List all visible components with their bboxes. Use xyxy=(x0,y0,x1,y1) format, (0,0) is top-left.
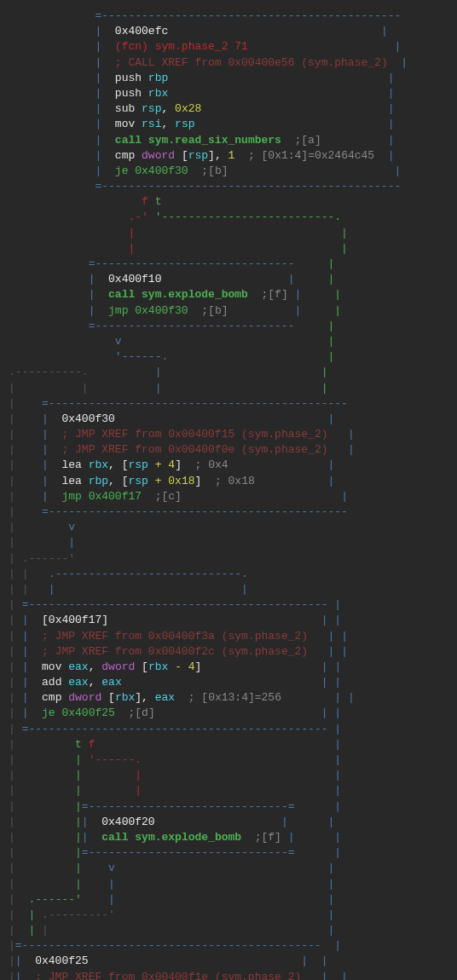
call-explode: call xyxy=(101,831,128,844)
fn-decl: (fcn) sym.phase_2 71 xyxy=(115,40,248,53)
xref: ; JMP XREF from 0x00400f15 (sym.phase_2) xyxy=(61,428,327,441)
addr: 0x400efc xyxy=(115,25,168,37)
call-explode: call xyxy=(108,288,135,301)
addr: [0x400f17] xyxy=(42,614,108,626)
xref: ; CALL XREF from 0x00400e56 (sym.phase_2… xyxy=(115,56,388,69)
cfg-view: =---------------------------------------… xyxy=(0,0,457,980)
addr: 0x400f25 xyxy=(35,954,88,967)
addr: 0x400f10 xyxy=(108,273,161,285)
xref: ; JMP XREF from 0x00400f2c (sym.phase_2) xyxy=(42,645,308,658)
xref: ; JMP XREF from 0x00400f1e (sym.phase_2) xyxy=(35,971,301,980)
addr: 0x400f20 xyxy=(101,816,154,828)
call-read-six: call xyxy=(115,134,142,147)
xref: ; JMP XREF from 0x00400f0e (sym.phase_2) xyxy=(61,443,327,456)
addr: 0x400f30 xyxy=(61,412,114,425)
xref: ; JMP XREF from 0x00400f3a (sym.phase_2) xyxy=(42,630,308,643)
